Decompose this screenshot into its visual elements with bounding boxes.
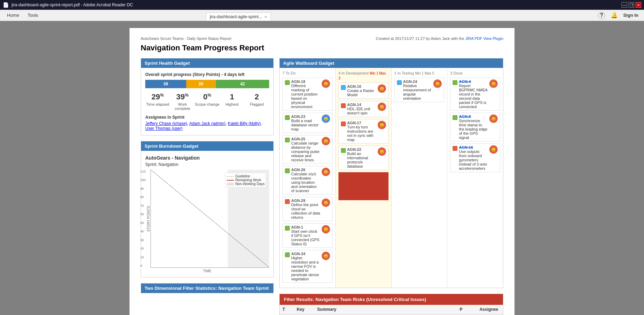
card-agn34[interactable]: AGN-34 Higher resolution and a narrow FO… [282,250,332,283]
type-icon-story [453,115,457,120]
jira-plugin-link[interactable]: JIRA PDF View Plugin [465,36,503,41]
wallboard-gadget: Agile Wallboard Gadget 7 To Do [279,58,503,288]
progress-label: Overall sprint progress (Story Points) -… [145,72,269,77]
col-done-header: 3 Done [450,71,500,76]
avatar-agn17: 😠 [378,121,386,129]
sign-in-button[interactable]: Sign In [623,13,638,18]
chart-body: 110 100 90 80 70 60 50 40 30 20 [150,170,269,268]
chart-legend: Guideline Remaining Work Non-Working Day… [225,173,266,188]
tab-close-icon[interactable]: ✕ [264,15,267,19]
tab-label: jira-dashboard-agile-sprint... [210,14,262,19]
sprint-health-gadget: Sprint Health Gadget Overall sprint prog… [141,58,274,135]
avatar-agn10: 😠 [378,84,386,93]
title-bar-text: jira-dashboard-agile-sprint-report.pdf -… [12,2,133,7]
menu-tools[interactable]: Tools [23,10,42,21]
y-axis-label: STORY POINTS [145,170,150,268]
notification-icon[interactable]: 🔔 [611,12,618,19]
card-agn26[interactable]: AGN-26 Calculate x/y/z coordinates using… [282,166,332,195]
col-header-summary: Summary [314,305,457,314]
title-bar: 📄 jira-dashboard-agile-sprint-report.pdf… [0,0,644,10]
card-agn29[interactable]: AGN-29 Define the point cloud as collect… [282,197,332,221]
title-bar-controls[interactable]: — ❐ ✕ [622,2,641,8]
todo-cards: AGN-18 Different marking of current posi… [282,78,332,283]
card-agn14[interactable]: AGN-14 HDL-32E unit doesn't spin 😠 [338,101,388,117]
restore-button[interactable]: ❐ [629,2,634,8]
type-icon-bug [453,146,457,151]
burndown-chart: STORY POINTS 110 100 90 80 [145,170,269,268]
two-dim-gadget: Two Dimensional Filter Statistics: Navig… [141,283,274,293]
burndown-gadget: Sprint Burndown Gadget AutoGears - Navig… [141,141,274,278]
card-agn1[interactable]: AGN-1 Start own clock if GPS isn't conne… [282,223,332,248]
document-area: AutoGears Scrum Teams - Daily Sprint Sta… [0,21,644,315]
menu-home[interactable]: Home [3,10,23,21]
report-title: Navigation Team Progress Report [141,43,503,52]
card-agn23[interactable]: AGN-23 Build a road database vector map … [282,113,332,133]
card-agn24[interactable]: AGN-24 Relative measurement of angular o… [394,78,444,102]
avatar-agn29: 😠 [322,198,330,207]
help-icon[interactable]: ? [598,12,605,19]
assignee-admin[interactable]: Adam Jack (admin) [189,121,225,126]
type-icon-bug [341,121,346,126]
col-header-p: P [457,305,477,314]
type-icon-story [341,148,346,153]
blocked-area [338,172,388,200]
avatar-agn1: 😠 [322,225,330,233]
burndown-sprint: Sprint: Navigation [145,162,269,167]
tab-document[interactable]: jira-dashboard-agile-sprint... ✕ [206,13,271,21]
card-agn25[interactable]: AGN-25 Calculate range distance by compa… [282,135,332,164]
card-agn10[interactable]: AGN-10 Create a Raster Model 😠 [338,83,388,99]
avatar-agn24: 😠 [433,79,442,88]
type-icon-task [397,80,402,85]
progress-bar: 39 26 42 [145,80,269,88]
type-icon-task [341,85,346,90]
document-page: AutoGears Scrum Teams - Daily Sprint Sta… [130,28,514,315]
filter-results-gadget: Filter Results: Navigation Team Risks (U… [279,294,503,315]
card-agn16[interactable]: AGN-16 Use outputs from onboard gyromete… [450,144,500,172]
indev-cards: AGN-10 Create a Raster Model 😠 AGN [338,83,388,200]
minimize-button[interactable]: — [622,2,627,8]
assignee-kbilly[interactable]: Kaleb Billy (kbilly) [228,121,261,126]
stats-row: 29% Time elapsed 39% Work complete 0% Sc… [145,92,269,111]
doc-created: Created at 2017/11/27 11:27 by Adam Jack… [376,36,503,41]
card-agn22[interactable]: AGN-22 Build an international protocols … [338,146,388,170]
sprint-health-body: Overall sprint progress (Story Points) -… [141,68,273,135]
avatar-agn14: 😠 [378,103,386,111]
type-icon-story [285,115,290,120]
col-done: 3 Done AGN-4 Report $GPRMC NMEA record i… [447,68,503,288]
col-indev-header: 4 In Development Min 1 Max 3 [338,71,388,80]
avatar-agn18: 😠 [322,79,330,88]
close-button[interactable]: ✕ [636,2,641,8]
sprint-health-header: Sprint Health Gadget [141,58,273,68]
assignees-label: Assignees in Sprint [145,115,269,120]
doc-subtitle: AutoGears Scrum Teams - Daily Sprint Sta… [141,36,231,41]
col-header-key: Key [294,305,315,314]
menu-bar: Home Tools jira-dashboard-agile-sprint..… [0,10,644,21]
avatar-agn16: 😠 [489,145,498,154]
wallboard-columns: 7 To Do AGN-18 Different marking of curr… [280,68,503,288]
burndown-body: AutoGears - Navigation Sprint: Navigatio… [141,151,273,277]
type-icon-story [285,252,290,257]
stat-highest: 1 Highest [219,92,244,111]
type-icon-story [285,226,290,231]
type-icon-story [453,80,457,85]
type-icon-story [285,138,290,142]
stat-flagged: 2 Flagged [244,92,269,111]
seg-blue: 39 [145,80,186,88]
avatar-agn34: 😠 [322,252,330,260]
x-axis-label: TIME [145,269,269,273]
card-agn4[interactable]: AGN-4 Report $GPRMC NMEA record in the s… [450,78,500,111]
card-agn17[interactable]: AGN-17 Turn-by turn instructions are not… [338,119,388,144]
assignee-user[interactable]: User Thomas (user) [145,126,182,131]
card-agn18[interactable]: AGN-18 Different marking of current posi… [282,78,332,111]
type-icon-story [285,80,290,85]
card-agn8[interactable]: AGN-8 Synchronize time stamp to the lead… [450,113,500,141]
title-bar-left: 📄 jira-dashboard-agile-sprint-report.pdf… [3,2,133,8]
seg-green: 42 [216,80,269,88]
assignee-jchase[interactable]: Jeffery Chase (jchase) [145,121,187,126]
avatar-agn25: 😠 [322,137,330,145]
burndown-header: Sprint Burndown Gadget [141,141,273,151]
type-icon-bug [285,199,290,204]
stat-work-complete: 39% Work complete [170,92,195,111]
stat-scope-change: 0% Scope change [195,92,220,111]
col-header-t: T [280,305,294,314]
